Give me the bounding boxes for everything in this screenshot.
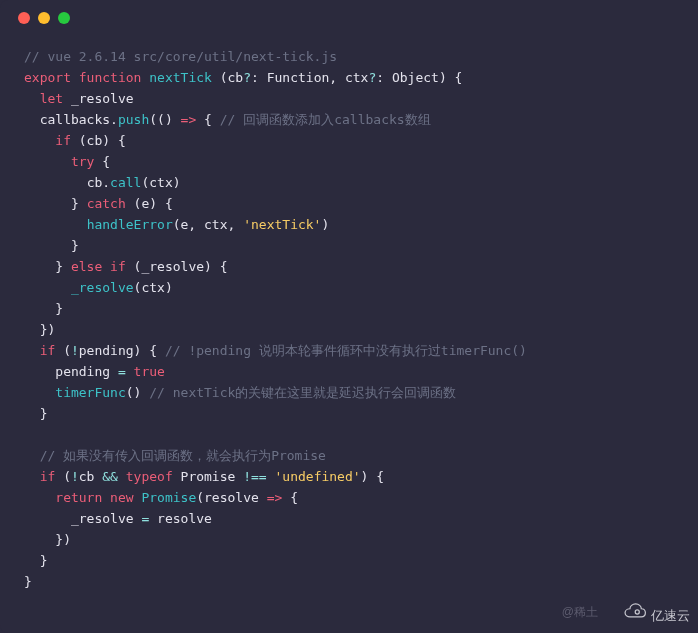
- comment-line: // vue 2.6.14 src/core/util/next-tick.js: [24, 49, 337, 64]
- code-block: // vue 2.6.14 src/core/util/next-tick.js…: [0, 36, 698, 602]
- kw-new: new: [102, 490, 133, 505]
- watermark-text: 亿速云: [651, 605, 690, 626]
- kw-try: try: [71, 154, 94, 169]
- kw-if: if: [40, 469, 56, 484]
- kw-if: if: [55, 133, 71, 148]
- cloud-icon: [621, 602, 647, 628]
- comment-line: // nextTick的关键在这里就是延迟执行会回调函数: [149, 385, 456, 400]
- code-window: // vue 2.6.14 src/core/util/next-tick.js…: [0, 0, 698, 633]
- comment-line: // 回调函数添加入callbacks数组: [220, 112, 431, 127]
- svg-point-0: [635, 610, 639, 614]
- minimize-icon[interactable]: [38, 12, 50, 24]
- fn-name: nextTick: [149, 70, 212, 85]
- maximize-icon[interactable]: [58, 12, 70, 24]
- kw-else: else: [71, 259, 102, 274]
- kw-function: function: [79, 70, 142, 85]
- comment-line: // 如果没有传入回调函数，就会执行为Promise: [40, 448, 326, 463]
- kw-if: if: [40, 343, 56, 358]
- kw-catch: catch: [87, 196, 126, 211]
- watermark-yisu: 亿速云: [621, 602, 690, 628]
- window-titlebar: [0, 0, 698, 36]
- kw-export: export: [24, 70, 71, 85]
- close-icon[interactable]: [18, 12, 30, 24]
- kw-let: let: [40, 91, 63, 106]
- kw-return: return: [55, 490, 102, 505]
- watermark-juejin: @稀土: [562, 602, 598, 623]
- comment-line: // !pending 说明本轮事件循环中没有执行过timerFunc(): [165, 343, 527, 358]
